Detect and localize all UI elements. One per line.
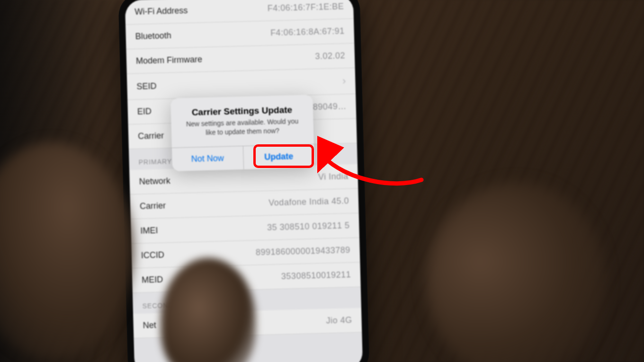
update-button[interactable]: Update (243, 144, 314, 169)
dialog-message: New settings are available. Would you li… (171, 116, 313, 148)
not-now-button[interactable]: Not Now (172, 146, 244, 171)
dialog-title: Carrier Settings Update (170, 95, 313, 120)
dialog-button-row: Not Now Update (172, 144, 314, 171)
carrier-settings-dialog: Carrier Settings Update New settings are… (170, 95, 314, 171)
